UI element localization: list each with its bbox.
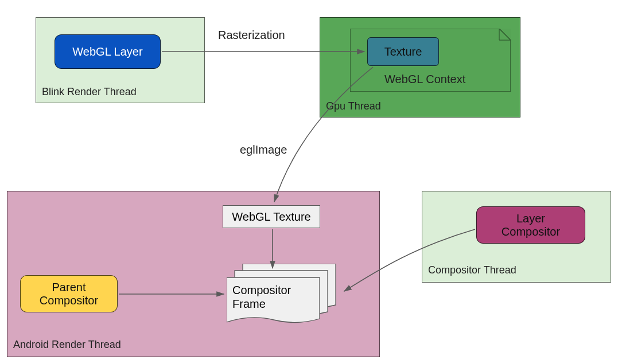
label-layer-compositor: Layer Compositor [502, 212, 560, 238]
node-texture: Texture [367, 37, 439, 66]
node-compositor-frame: Compositor Frame [227, 264, 341, 327]
label-android-render-thread: Android Render Thread [13, 339, 121, 351]
node-webgl-texture: WebGL Texture [223, 205, 320, 228]
label-compositor-thread: Compositor Thread [428, 264, 516, 276]
label-compositor-frame: Compositor Frame [232, 283, 291, 311]
edge-label-rasterization: Rasterization [218, 29, 285, 42]
node-parent-compositor: Parent Compositor [20, 275, 118, 312]
label-gpu-thread: Gpu Thread [326, 100, 381, 112]
node-layer-compositor: Layer Compositor [476, 206, 585, 244]
label-webgl-context: WebGL Context [384, 73, 465, 86]
label-parent-compositor: Parent Compositor [40, 281, 98, 307]
label-texture: Texture [384, 45, 422, 58]
label-webgl-layer: WebGL Layer [72, 45, 142, 58]
label-blink-render-thread: Blink Render Thread [42, 86, 137, 98]
node-webgl-layer: WebGL Layer [55, 34, 161, 69]
label-webgl-texture: WebGL Texture [232, 210, 310, 224]
edge-label-eglimage: eglImage [240, 143, 287, 156]
